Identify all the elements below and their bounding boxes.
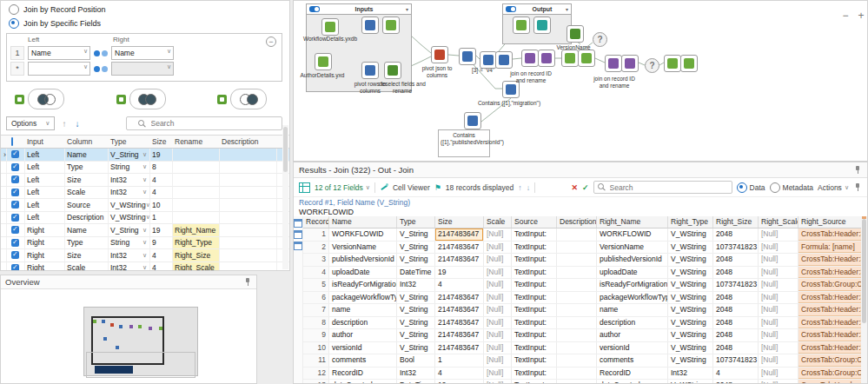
cell-right-scale[interactable]: [Null] <box>759 380 798 383</box>
cell-name[interactable]: description <box>329 317 397 329</box>
cell-rename[interactable] <box>173 149 220 161</box>
cell-scale[interactable]: [Null] <box>484 354 512 367</box>
cell-right-name[interactable]: versionId <box>597 342 668 354</box>
cell-size[interactable]: 1 <box>435 354 484 367</box>
results-row[interactable]: 5 isReadyForMigration Int32 4 [Null] Tex… <box>303 279 861 292</box>
cell-source[interactable]: TextInput: <box>512 342 557 354</box>
select-tool[interactable] <box>664 55 681 72</box>
cell-right-name[interactable]: author <box>597 329 668 341</box>
filter-tool[interactable] <box>464 112 481 129</box>
results-row[interactable]: 2 VersionName V_String 2147483647 [Null]… <box>303 242 861 255</box>
cell-right-type[interactable]: V_WString <box>668 254 713 266</box>
cell-scale[interactable]: [Null] <box>484 304 512 316</box>
row-checkbox[interactable] <box>7 187 25 199</box>
cell-name[interactable]: WORKFLOWID <box>329 228 397 241</box>
cell-name[interactable]: VersionName <box>329 242 397 254</box>
cell-type[interactable]: V_String <box>397 242 435 254</box>
options-dropdown-button[interactable]: Options <box>6 116 55 130</box>
cell-right-source[interactable]: CrossTab:Header:3:upload <box>798 267 861 279</box>
cell-right-scale[interactable]: [Null] <box>759 367 798 380</box>
cell-right-name[interactable]: isReadyForMigration <box>597 279 668 291</box>
cell-source[interactable]: TextInput: <box>512 228 557 241</box>
formula-tool[interactable] <box>567 25 584 43</box>
cell-right-name[interactable]: packageWorkflowType <box>597 292 668 304</box>
row-checkbox[interactable] <box>7 262 25 272</box>
results-search-box[interactable] <box>593 181 732 194</box>
field-row[interactable]: Right Size Int32 4 Right_Size <box>1 249 289 262</box>
cell-right-size[interactable]: 1073741823 <box>713 279 759 291</box>
select-tool[interactable] <box>382 17 400 34</box>
cell-right-source[interactable]: CrossTab:Header:3:dateC <box>798 380 861 383</box>
cell-scale[interactable]: [Null] <box>484 254 512 266</box>
collapse-caret-icon[interactable] <box>406 6 408 12</box>
cell-size[interactable]: 4 <box>435 367 484 380</box>
cell-right-name[interactable]: name <box>597 304 668 316</box>
cell-size[interactable]: 9 <box>150 237 173 249</box>
cell-type-dropdown[interactable]: Int32 <box>109 262 150 272</box>
input-data-tool[interactable] <box>315 53 332 70</box>
cell-name[interactable]: isReadyForMigration <box>329 279 397 291</box>
join-tool[interactable] <box>521 50 539 67</box>
cell-rename[interactable]: Right_Name <box>173 224 220 236</box>
cell-right-source[interactable]: CrossTab:Header:3:details <box>798 317 861 329</box>
cell-description[interactable] <box>557 354 597 367</box>
cell-right-source[interactable]: CrossTab:Group:Concat:i <box>798 279 861 291</box>
config-scrollbar[interactable] <box>282 125 288 269</box>
transform-tool[interactable] <box>361 17 379 34</box>
row-checkbox[interactable] <box>7 212 25 224</box>
cell-right-name[interactable]: RecordID <box>597 367 668 380</box>
copy-icon[interactable] <box>294 230 302 239</box>
results-row[interactable]: 6 packageWorkflowType V_String 214748364… <box>303 292 861 305</box>
scrollbar-thumb[interactable] <box>862 219 866 323</box>
cell-right-type[interactable]: V_WString <box>668 267 713 279</box>
select-tool[interactable] <box>533 17 551 34</box>
cell-type-dropdown[interactable]: Int32 <box>109 187 150 199</box>
workflow-canvas[interactable]: Inputs WorkflowDetails.yxdb AuthorDetail… <box>293 0 868 162</box>
cell-type-dropdown[interactable]: V_String <box>109 224 150 236</box>
cell-description[interactable] <box>220 149 277 161</box>
cell-right-type[interactable]: V_WString <box>668 304 713 316</box>
field-row[interactable]: Left Scale Int32 4 <box>1 187 289 200</box>
cell-size[interactable]: 4 <box>435 279 484 291</box>
cell-type[interactable]: DateTime <box>397 267 435 279</box>
fields-dropdown[interactable]: 12 of 12 Fields ∨ <box>315 183 370 192</box>
crosstab-tool[interactable] <box>480 51 497 69</box>
cell-description[interactable] <box>220 199 277 211</box>
cell-rename[interactable] <box>173 187 220 199</box>
cell-name[interactable]: comments <box>329 354 397 367</box>
row-checkbox[interactable] <box>7 174 25 186</box>
clear-search-button[interactable]: ✕ <box>571 183 578 192</box>
unknown-macro-tool[interactable]: ? <box>593 32 607 47</box>
cell-size[interactable]: 10 <box>150 199 173 211</box>
cell-right-name[interactable]: comments <box>597 354 668 367</box>
results-row[interactable]: 11 comments Bool 1 [Null] TextInput: com… <box>303 354 861 367</box>
save-icon[interactable] <box>294 242 302 250</box>
cell-name[interactable]: packageWorkflowType <box>329 292 397 304</box>
cell-right-scale[interactable]: [Null] <box>759 354 798 367</box>
cell-right-source[interactable]: CrossTab:Header:3:versio <box>798 228 861 241</box>
scrollbar-thumb[interactable] <box>283 127 288 172</box>
cell-right-source[interactable]: CrossTab:Header:3:details <box>798 329 861 341</box>
cell-size[interactable]: 4 <box>150 262 173 272</box>
col-header-column[interactable]: Column <box>65 137 109 146</box>
select-tool[interactable] <box>384 62 401 79</box>
select-all-checkbox[interactable] <box>7 137 25 146</box>
cell-size[interactable]: 2147483647 <box>435 292 484 304</box>
cell-rename[interactable]: Right_Type <box>173 237 220 249</box>
cell-size[interactable]: 19 <box>150 149 173 161</box>
move-down-button[interactable]: ↓ <box>73 119 81 129</box>
cell-right-scale[interactable]: [Null] <box>759 254 798 266</box>
cell-type-dropdown[interactable]: V_String <box>109 149 150 161</box>
select-tool[interactable] <box>680 55 698 72</box>
results-row[interactable]: 3 publishedVersionId V_String 2147483647… <box>303 254 861 267</box>
cell-right-source[interactable]: CrossTab:Header:3:versio <box>798 342 861 354</box>
cell-right-source[interactable]: CrossTab:Header:3:packa <box>798 292 861 304</box>
cell-scale[interactable]: [Null] <box>484 228 512 241</box>
filter-tool[interactable] <box>459 48 476 65</box>
input-data-tool[interactable] <box>321 18 339 36</box>
cell-right-size[interactable]: 1073741823 <box>713 354 759 367</box>
col-header-scale[interactable]: Scale <box>484 216 512 228</box>
cell-name[interactable]: dateCreated <box>329 380 397 383</box>
cell-right-type[interactable]: V_WString <box>668 279 713 291</box>
cell-right-source[interactable]: CrossTab:Group:Concat: <box>798 367 861 380</box>
